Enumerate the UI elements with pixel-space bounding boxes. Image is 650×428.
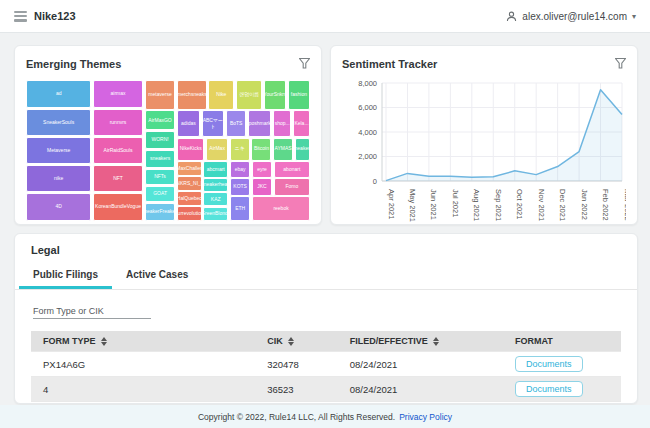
treemap-tile[interactable]: nike bbox=[26, 165, 91, 192]
user-menu[interactable]: alex.oliver@rule14.com ▾ bbox=[506, 11, 636, 22]
treemap-tile[interactable]: JKC bbox=[252, 178, 272, 195]
column-header[interactable]: FORM TYPE bbox=[31, 331, 255, 352]
footer: Copyright © 2022, Rule14 LLC, All Rights… bbox=[0, 405, 650, 428]
treemap-tile[interactable]: BoTS bbox=[226, 110, 246, 136]
treemap-tile[interactable]: metaverse bbox=[145, 80, 176, 110]
treemap-tile[interactable]: sneakers bbox=[145, 150, 176, 168]
cell-format: Documents bbox=[503, 377, 621, 402]
treemap-tile[interactable]: Fomo bbox=[274, 178, 310, 195]
treemap-tile[interactable]: Nike bbox=[208, 80, 234, 110]
treemap-tile[interactable]: sneakerhead bbox=[203, 178, 228, 192]
documents-button[interactable]: Documents bbox=[515, 381, 583, 397]
treemap-tile[interactable]: ABCマート bbox=[202, 110, 225, 136]
user-email: alex.oliver@rule14.com bbox=[522, 11, 627, 22]
treemap-tile[interactable]: eyre bbox=[252, 161, 272, 177]
treemap-tile[interactable]: 랜덤이름 bbox=[236, 80, 262, 110]
treemap-tile[interactable]: abonart bbox=[274, 161, 310, 177]
sort-icon[interactable] bbox=[101, 337, 107, 346]
treemap-tile[interactable]: Metaverse bbox=[26, 137, 91, 164]
treemap-tile[interactable]: KOTS bbox=[230, 178, 250, 195]
sentiment-tracker-title: Sentiment Tracker bbox=[342, 58, 437, 70]
treemap-tile[interactable]: KoreanBundleVogue bbox=[93, 193, 143, 221]
sentiment-line-chart: 02,0004,0006,0008,000Apr 2021May 2021Jun… bbox=[342, 77, 626, 233]
sort-icon[interactable] bbox=[288, 337, 294, 346]
treemap-tile[interactable]: poshmark bbox=[248, 110, 271, 136]
brand-title: Nike123 bbox=[34, 10, 76, 22]
svg-text:Jun 2021: Jun 2021 bbox=[429, 189, 438, 220]
filter-icon[interactable] bbox=[299, 55, 310, 73]
svg-text:2,000: 2,000 bbox=[358, 152, 377, 161]
emerging-themes-card: Emerging Themes adSneakerSoulsMetaversen… bbox=[14, 45, 322, 225]
treemap-tile[interactable]: AirMax bbox=[206, 138, 228, 161]
legal-tabs: Public FilingsActive Cases bbox=[15, 264, 637, 290]
treemap-tile[interactable]: GOAT bbox=[145, 186, 176, 202]
treemap-tile[interactable]: yourrevolutions bbox=[177, 206, 201, 221]
treemap-tile[interactable]: AirRaidSouls bbox=[93, 137, 143, 164]
svg-text:May 2021: May 2021 bbox=[408, 189, 417, 222]
svg-text:Jul 2021: Jul 2021 bbox=[451, 189, 460, 217]
column-header[interactable]: CIK bbox=[255, 331, 338, 352]
sort-icon[interactable] bbox=[433, 337, 439, 346]
cell-filed_effective: 08/24/2021 bbox=[338, 352, 503, 377]
cell-cik: 36523 bbox=[255, 377, 338, 402]
svg-text:6,000: 6,000 bbox=[358, 103, 377, 112]
legal-card: Legal Public FilingsActive Cases FORM TY… bbox=[14, 233, 638, 404]
tab-public-filings[interactable]: Public Filings bbox=[19, 264, 112, 289]
treemap-tile[interactable]: KAZ bbox=[203, 192, 228, 206]
treemap-tile[interactable]: AYMAS bbox=[273, 138, 293, 161]
treemap-tile[interactable]: WORN! bbox=[145, 131, 176, 149]
treemap: adSneakerSoulsMetaversenike4Dairmaxrunnv… bbox=[26, 80, 310, 221]
column-header: FORMAT bbox=[503, 331, 621, 352]
svg-text:8,000: 8,000 bbox=[358, 79, 377, 88]
treemap-tile[interactable]: NFT bbox=[93, 165, 143, 192]
treemap-tile[interactable]: fashion bbox=[288, 80, 310, 110]
cards-row: Emerging Themes adSneakerSoulsMetaversen… bbox=[14, 45, 638, 225]
treemap-tile[interactable]: GreenBlonds bbox=[203, 207, 228, 221]
treemap-tile[interactable]: Sneakerly bbox=[295, 138, 310, 161]
treemap-tile[interactable]: SNKRS_NI_KI bbox=[177, 176, 201, 190]
hamburger-menu-icon[interactable] bbox=[14, 11, 27, 22]
topbar: Nike123 alex.oliver@rule14.com ▾ bbox=[0, 0, 650, 33]
treemap-tile[interactable]: merchsneaks bbox=[177, 80, 207, 110]
treemap-tile[interactable]: NikeKicks bbox=[177, 138, 204, 161]
treemap-tile[interactable]: runnvrs bbox=[93, 109, 143, 136]
treemap-tile[interactable]: HalQuebec bbox=[177, 191, 201, 205]
svg-text:Aug 2021: Aug 2021 bbox=[472, 189, 481, 221]
table-row: PX14A6G32047808/24/2021Documents bbox=[31, 352, 621, 377]
filings-table-head: FORM TYPECIKFILED/EFFECTIVEFORMAT bbox=[31, 331, 621, 352]
treemap-tile[interactable]: reebok bbox=[252, 196, 310, 221]
treemap-tile[interactable]: NFTs bbox=[145, 169, 176, 185]
tab-active-cases[interactable]: Active Cases bbox=[112, 264, 202, 289]
cell-filed_effective: 08/24/2021 bbox=[338, 377, 503, 402]
treemap-tile[interactable]: SneakerSouls bbox=[26, 109, 91, 136]
treemap-tile[interactable]: SneakerFreakers bbox=[145, 203, 176, 221]
privacy-policy-link[interactable]: Privacy Policy bbox=[399, 412, 452, 422]
cell-form_type: PX14A6G bbox=[31, 352, 255, 377]
topbar-left: Nike123 bbox=[14, 10, 76, 22]
sentiment-tracker-card: Sentiment Tracker 02,0004,0006,0008,000A… bbox=[330, 45, 638, 225]
treemap-tile[interactable]: Kela... bbox=[293, 110, 310, 136]
documents-button[interactable]: Documents bbox=[515, 356, 583, 372]
treemap-tile[interactable]: adidas bbox=[177, 110, 200, 136]
treemap-tile[interactable]: Bitcoin bbox=[251, 138, 271, 161]
treemap-tile[interactable]: AirMaxGO bbox=[145, 110, 176, 130]
treemap-tile[interactable]: airmax bbox=[93, 80, 143, 108]
treemap-tile[interactable]: 4D bbox=[26, 193, 91, 221]
treemap-tile[interactable]: shop... bbox=[273, 110, 291, 136]
treemap-tile[interactable]: YourSnkrs bbox=[264, 80, 286, 110]
copyright-text: Copyright © 2022, Rule14 LLC, All Rights… bbox=[198, 412, 395, 422]
cell-form_type: 4 bbox=[31, 377, 255, 402]
filter-icon[interactable] bbox=[615, 55, 626, 73]
table-row: 43652308/24/2021Documents bbox=[31, 377, 621, 402]
svg-text:Mar 2022: Mar 2022 bbox=[623, 189, 627, 221]
search-area bbox=[15, 290, 637, 325]
search-input[interactable] bbox=[33, 304, 151, 319]
treemap-tile[interactable]: ebay bbox=[230, 161, 250, 177]
treemap-tile[interactable]: ad bbox=[26, 80, 91, 108]
column-header[interactable]: FILED/EFFECTIVE bbox=[338, 331, 503, 352]
legal-title: Legal bbox=[15, 244, 637, 264]
treemap-tile[interactable]: ニキ bbox=[230, 138, 250, 161]
treemap-tile[interactable]: abcmart bbox=[203, 161, 228, 177]
treemap-tile[interactable]: AirMaxChallenge bbox=[177, 161, 201, 175]
treemap-tile[interactable]: ETH bbox=[230, 196, 250, 221]
